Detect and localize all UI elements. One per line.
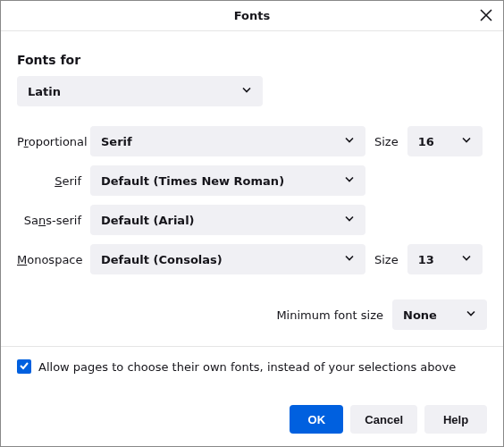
allow-pages-checkbox[interactable]: [17, 359, 31, 374]
minimum-font-label: Minimum font size: [276, 308, 383, 322]
serif-label: Serif: [17, 174, 90, 188]
fonts-dialog: Fonts Fonts for Latin Proportional Serif…: [0, 0, 504, 447]
dialog-title: Fonts: [234, 9, 271, 22]
chevron-down-icon: [344, 174, 355, 188]
proportional-row: Serif Size 16: [90, 126, 487, 156]
monospace-label: Monospace: [17, 253, 90, 266]
divider: [1, 346, 503, 347]
help-button[interactable]: Help: [424, 405, 487, 434]
proportional-label: Proportional: [17, 135, 90, 148]
serif-select[interactable]: Default (Times New Roman): [90, 165, 365, 196]
chevron-down-icon: [344, 214, 355, 227]
proportional-value: Serif: [101, 135, 132, 148]
titlebar: Fonts: [1, 1, 503, 31]
minimum-font-select[interactable]: None: [392, 299, 487, 330]
ok-button[interactable]: OK: [290, 405, 343, 434]
monospace-size-value: 13: [418, 253, 434, 266]
serif-value: Default (Times New Roman): [101, 174, 284, 188]
chevron-down-icon: [461, 135, 472, 148]
minimum-font-row: Minimum font size None: [17, 299, 487, 330]
close-icon: [480, 9, 492, 24]
check-icon: [19, 360, 29, 374]
sans-serif-row: Default (Arial): [90, 205, 487, 235]
monospace-value: Default (Consolas): [101, 253, 223, 266]
minimum-font-value: None: [403, 308, 437, 322]
language-select[interactable]: Latin: [17, 76, 263, 106]
monospace-row: Default (Consolas) Size 13: [90, 244, 487, 274]
font-grid: Proportional Serif Size 16 Serif Default…: [17, 126, 487, 274]
chevron-down-icon: [241, 85, 252, 98]
close-button[interactable]: [475, 4, 498, 28]
chevron-down-icon: [466, 308, 476, 322]
monospace-size-select[interactable]: 13: [407, 244, 483, 274]
cancel-button[interactable]: Cancel: [350, 405, 417, 434]
sans-serif-value: Default (Arial): [101, 214, 195, 227]
sans-serif-select[interactable]: Default (Arial): [90, 205, 365, 235]
allow-pages-row: Allow pages to choose their own fonts, i…: [17, 359, 487, 374]
sans-serif-label: Sans-serif: [17, 214, 90, 227]
chevron-down-icon: [344, 135, 355, 148]
serif-row: Default (Times New Roman): [90, 165, 487, 196]
allow-pages-label: Allow pages to choose their own fonts, i…: [38, 360, 456, 374]
language-value: Latin: [28, 85, 61, 98]
proportional-select[interactable]: Serif: [90, 126, 365, 156]
proportional-size-label: Size: [374, 135, 399, 148]
section-heading: Fonts for: [17, 53, 487, 67]
chevron-down-icon: [461, 253, 472, 266]
monospace-select[interactable]: Default (Consolas): [90, 244, 365, 274]
dialog-content: Fonts for Latin Proportional Serif Size …: [1, 31, 503, 394]
monospace-size-label: Size: [374, 253, 399, 266]
proportional-size-select[interactable]: 16: [407, 126, 483, 156]
dialog-footer: OK Cancel Help: [1, 394, 503, 446]
proportional-size-value: 16: [418, 135, 434, 148]
chevron-down-icon: [344, 253, 355, 266]
